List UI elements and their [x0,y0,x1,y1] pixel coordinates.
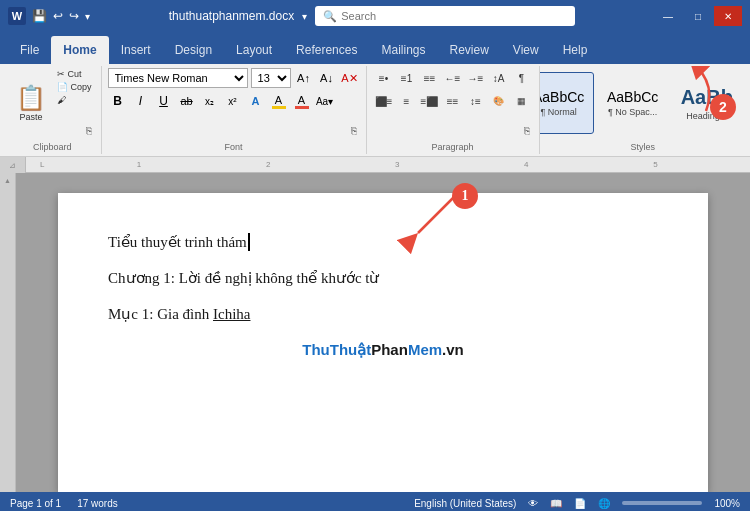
multilevel-list-button[interactable]: ≡≡ [419,68,441,88]
shrink-font-button[interactable]: A↓ [317,68,337,88]
tab-design[interactable]: Design [163,36,224,64]
title-bar: W 💾 ↩ ↪ ▾ thuthuatphanmem.docx ▾ 🔍 — □ ✕ [0,0,750,32]
tab-mailings[interactable]: Mailings [369,36,437,64]
clipboard-expand-icon[interactable]: ⎘ [81,122,97,138]
strikethrough-button[interactable]: ab [177,91,197,111]
document-page[interactable]: Tiểu thuyết trinh thám 1 [58,193,708,492]
align-left-button[interactable]: ⬛≡ [373,91,395,111]
ribbon-tabs: File Home Insert Design Layout Reference… [0,32,750,64]
ruler-corner[interactable]: ⊿ [0,157,26,173]
shading-button[interactable]: 🎨 [488,91,510,111]
font-color-button[interactable]: A [292,91,312,111]
watermark-thuat: Thuật [330,341,371,358]
highlight-button[interactable]: A [269,91,289,111]
decrease-indent-button[interactable]: ←≡ [442,68,464,88]
annotation-1-container: 1 [398,183,478,257]
tab-review[interactable]: Review [437,36,500,64]
window-controls: — □ ✕ [654,6,742,26]
maximize-button[interactable]: □ [684,6,712,26]
search-box[interactable]: 🔍 [315,6,575,26]
clipboard-label: Clipboard [33,142,72,152]
quick-access-undo[interactable]: ↩ [53,9,63,23]
grow-font-button[interactable]: A↑ [294,68,314,88]
paragraph-label: Paragraph [432,142,474,152]
close-button[interactable]: ✕ [714,6,742,26]
doc-line-3[interactable]: Mục 1: Gia đình Ichiha [108,305,658,323]
tab-home[interactable]: Home [51,36,108,64]
ruler-marks: L 1 2 3 4 5 [40,160,720,169]
style-no-spacing-label: ¶ No Spac... [608,107,657,117]
font-expand-icon[interactable]: ⎘ [346,122,362,138]
tab-references[interactable]: References [284,36,369,64]
font-label: Font [225,142,243,152]
show-hide-button[interactable]: ¶ [511,68,533,88]
align-right-button[interactable]: ≡⬛ [419,91,441,111]
paragraph-expand-icon[interactable]: ⎘ [519,122,535,138]
print-layout-icon[interactable]: 📄 [574,498,586,509]
paragraph-group: ≡• ≡1 ≡≡ ←≡ →≡ ↕A ¶ ⬛≡ ≡ ≡⬛ ≡≡ ↕≡ 🎨 ▦ Pa… [367,66,540,154]
styles-group: AaBbCc ¶ Normal AaBbCc ¶ No Spac... AaBb… [540,66,746,154]
line-spacing-button[interactable]: ↕≡ [465,91,487,111]
quick-access-save[interactable]: 💾 [32,9,47,23]
watermark-mem: Mem [408,341,442,358]
read-mode-icon[interactable]: 📖 [550,498,562,509]
underline-button[interactable]: U [154,91,174,111]
superscript-button[interactable]: x² [223,91,243,111]
paste-button[interactable]: 📋 Paste [10,68,52,138]
borders-button[interactable]: ▦ [511,91,533,111]
font-name-select[interactable]: Times New Roman [108,68,248,88]
doc-text-1: Tiểu thuyết trinh thám [108,233,247,251]
paste-label: Paste [19,112,42,122]
sort-button[interactable]: ↕A [488,68,510,88]
cut-button[interactable]: ✂ Cut [54,68,95,80]
style-no-spacing-preview: AaBbCc [607,89,658,105]
align-center-button[interactable]: ≡ [396,91,418,111]
justify-button[interactable]: ≡≡ [442,91,464,111]
search-input[interactable] [341,10,567,22]
doc-line-1[interactable]: Tiểu thuyết trinh thám 1 [108,233,658,251]
para-row1: ≡• ≡1 ≡≡ ←≡ →≡ ↕A ¶ [373,68,533,88]
change-case-button[interactable]: Aa▾ [315,91,335,111]
page-info: Page 1 of 1 [10,498,61,509]
tab-layout[interactable]: Layout [224,36,284,64]
title-dropdown-icon[interactable]: ▾ [302,11,307,22]
paste-icon: 📋 [16,84,46,112]
minimize-button[interactable]: — [654,6,682,26]
bullets-button[interactable]: ≡• [373,68,395,88]
subscript-button[interactable]: x₂ [200,91,220,111]
ruler: ⊿ L 1 2 3 4 5 [0,157,750,173]
focus-mode-icon[interactable]: 👁 [528,498,538,509]
tab-help[interactable]: Help [551,36,600,64]
annotation-2-container: 2 [656,66,736,120]
style-normal-label: ¶ Normal [540,107,576,117]
document-scroll-area[interactable]: Tiểu thuyết trinh thám 1 [16,173,750,492]
document-title: thuthuatphanmem.docx [169,9,294,23]
annotation-circle-2: 2 [710,94,736,120]
font-size-select[interactable]: 13 [251,68,291,88]
format-painter-button[interactable]: 🖌 [54,94,95,106]
quick-access-redo[interactable]: ↪ [69,9,79,23]
vertical-ruler: ▲ [0,173,16,492]
tab-view[interactable]: View [501,36,551,64]
circle-1-label: 1 [452,183,478,209]
text-effects-button[interactable]: A [246,91,266,111]
document-area: ▲ Tiểu thuyết trinh thám [0,173,750,492]
doc-line-2[interactable]: Chương 1: Lời đề nghị không thể khước từ [108,269,658,287]
tab-file[interactable]: File [8,36,51,64]
bold-button[interactable]: B [108,91,128,111]
title-bar-center: thuthuatphanmem.docx ▾ 🔍 [90,6,654,26]
clear-format-button[interactable]: A✕ [340,68,360,88]
style-normal[interactable]: AaBbCc ¶ Normal [540,72,594,134]
tab-insert[interactable]: Insert [109,36,163,64]
increase-indent-button[interactable]: →≡ [465,68,487,88]
copy-button[interactable]: 📄 Copy [54,81,95,93]
font-row2: B I U ab x₂ x² A A A Aa▾ [108,91,335,111]
font-group: Times New Roman 13 A↑ A↓ A✕ B I U ab x₂ … [102,66,367,154]
zoom-level: 100% [714,498,740,509]
zoom-slider[interactable] [622,501,702,505]
italic-button[interactable]: I [131,91,151,111]
web-layout-icon[interactable]: 🌐 [598,498,610,509]
numbering-button[interactable]: ≡1 [396,68,418,88]
search-icon: 🔍 [323,10,337,23]
ribbon: 📋 Paste ✂ Cut 📄 Copy 🖌 Clipboard ⎘ Times… [0,64,750,157]
